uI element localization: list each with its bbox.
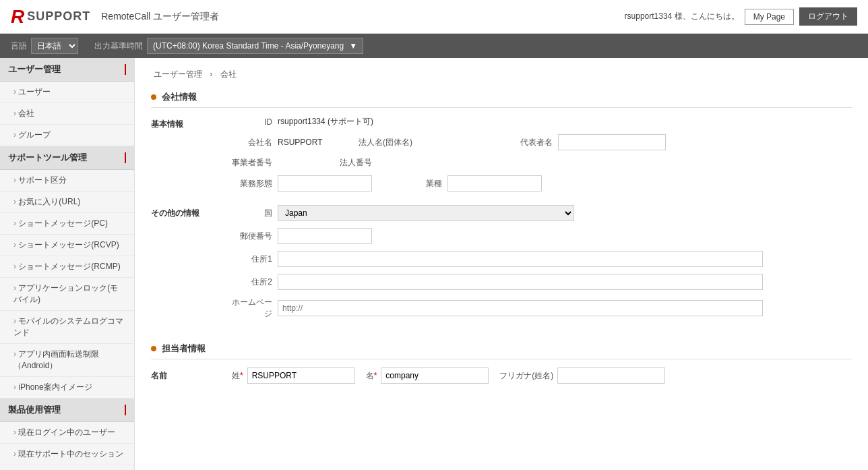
first-name-input[interactable] (381, 368, 489, 384)
company-name-field: 会社名 RSUPPORT (232, 137, 332, 148)
company-info-header: 会社情報 (151, 91, 852, 108)
id-row: ID rsupport1334 (サポート可) (232, 116, 852, 127)
sidebar-item-groups[interactable]: グループ (0, 125, 134, 146)
postal-row: 郵便番号 (232, 228, 852, 244)
address1-input[interactable] (278, 251, 763, 267)
main-content: ユーザー管理 › 会社 会社情報 基本情報 ID rsupport1334 (サ… (135, 58, 868, 470)
breadcrumb-parent: ユーザー管理 (154, 69, 202, 79)
address2-label: 住所2 (232, 276, 272, 288)
timezone-value-container: (UTC+08:00) Korea Standard Time - Asia/P… (147, 38, 363, 54)
industry-input[interactable] (447, 175, 542, 192)
sidebar-item-mobile-log[interactable]: モバイルのシステムログコマンド (0, 311, 134, 344)
company-name-row: 会社名 RSUPPORT 法人名(団体名) 代表者名 (232, 134, 852, 150)
address1-row: 住所1 (232, 251, 852, 267)
main-layout: ユーザー管理 ユーザー 会社 グループ サポートツール管理 サポート区分 お気に… (0, 58, 868, 470)
sidebar-item-logged-in-users[interactable]: 現在ログイン中のユーザー (0, 422, 134, 444)
representative-input[interactable] (558, 134, 666, 150)
sidebar-item-screen-transfer[interactable]: アプリ内画面転送制限（Android） (0, 344, 134, 377)
id-value: rsupport1334 (サポート可) (278, 116, 373, 127)
country-row: 国 Japan Korea USA (232, 205, 852, 221)
basic-info-fields: ID rsupport1334 (サポート可) 会社名 RSUPPORT 法人名… (232, 116, 852, 198)
corporate-name-label: 法人名(団体名) (359, 137, 412, 148)
company-info-title: 会社情報 (162, 91, 197, 103)
logo: R SUPPORT (11, 6, 90, 28)
country-select[interactable]: Japan Korea USA (278, 205, 574, 221)
lang-select[interactable]: 日本語 English (31, 38, 78, 54)
sidebar-item-short-msg-rcmp[interactable]: ショートメッセージ(RCMP) (0, 256, 134, 278)
contact-section-dot-icon (151, 346, 156, 351)
industry-field: 業種 (426, 175, 542, 192)
contact-info-title: 担当者情報 (162, 343, 206, 355)
toolbar: 言語 日本語 English 出力基準時間 (UTC+08:00) Korea … (0, 34, 868, 58)
representative-label: 代表者名 (520, 137, 553, 148)
app-title: RemoteCall ユーザー管理者 (101, 11, 219, 23)
country-label: 国 (232, 208, 272, 219)
furigana-label: フリガナ(姓名) (499, 370, 553, 382)
section-dot-icon (151, 94, 156, 100)
sidebar-item-users[interactable]: ユーザー (0, 82, 134, 103)
sidebar-section-user-mgmt: ユーザー管理 (0, 58, 134, 82)
mypage-button[interactable]: My Page (745, 9, 794, 25)
sidebar-item-short-msg-pc[interactable]: ショートメッセージ(PC) (0, 213, 134, 235)
postal-label: 郵便番号 (232, 231, 272, 242)
homepage-input[interactable] (278, 300, 763, 316)
other-info-label: その他の情報 (151, 205, 232, 326)
furigana-input[interactable] (557, 368, 665, 384)
logo-r-icon: R (11, 6, 24, 28)
corporate-number-field: 法人番号 (340, 157, 372, 169)
timezone-dropdown-icon[interactable]: ▼ (349, 41, 357, 51)
business-type-label: 業務形態 (232, 178, 272, 189)
address2-row: 住所2 (232, 274, 852, 290)
breadcrumb-current: 会社 (220, 69, 237, 79)
timezone-value: (UTC+08:00) Korea Standard Time - Asia/P… (153, 41, 344, 51)
breadcrumb: ユーザー管理 › 会社 (151, 69, 852, 80)
name-row: 名前 姓* 名* フリガナ(姓名) (151, 368, 852, 384)
sidebar-item-iphone-guide[interactable]: iPhone案内イメージ (0, 377, 134, 399)
name-fields: 姓* 名* フリガナ(姓名) (232, 368, 852, 384)
other-info-fields: 国 Japan Korea USA 郵便番号 住所1 (232, 205, 852, 326)
business-number-label: 事業者番号 (232, 157, 272, 169)
basic-info-label: 基本情報 (151, 116, 232, 198)
homepage-row: ホームページ (232, 297, 852, 320)
corporate-number-label: 法人番号 (340, 157, 372, 169)
company-info-section: 会社情報 基本情報 ID rsupport1334 (サポート可) 会社名 RS… (151, 91, 852, 326)
sidebar-item-company[interactable]: 会社 (0, 103, 134, 125)
last-name-field: 姓* (232, 368, 355, 384)
header-left: R SUPPORT RemoteCall ユーザー管理者 (11, 6, 219, 28)
last-name-label: 姓* (232, 370, 243, 382)
sidebar-item-active-sessions[interactable]: 現在サポート中のセッション (0, 444, 134, 465)
other-info-row: その他の情報 国 Japan Korea USA 郵便番号 (151, 205, 852, 326)
sidebar-section-product-mgmt: 製品使用管理 (0, 399, 134, 422)
last-name-input[interactable] (247, 368, 355, 384)
timezone-label: 出力基準時間 (94, 40, 143, 52)
lang-label: 言語 (11, 40, 27, 52)
contact-info-section: 担当者情報 名前 姓* 名* フリガナ(姓名) (151, 343, 852, 384)
sidebar-item-login-history[interactable]: ユーザーログイン履歴 (0, 465, 134, 470)
language-selector: 言語 日本語 English (11, 38, 78, 54)
representative-field: 代表者名 (520, 134, 666, 150)
contact-info-header: 担当者情報 (151, 343, 852, 359)
business-number-row: 事業者番号 法人番号 (232, 157, 852, 169)
sidebar-section-support-tools: サポートツール管理 (0, 146, 134, 170)
business-type-input[interactable] (278, 175, 372, 192)
address1-label: 住所1 (232, 254, 272, 265)
id-label: ID (232, 117, 272, 127)
logout-button[interactable]: ログアウト (799, 7, 857, 26)
sidebar-item-app-lock[interactable]: アプリケーションロック(モバイル) (0, 278, 134, 311)
industry-label: 業種 (426, 178, 442, 189)
sidebar: ユーザー管理 ユーザー 会社 グループ サポートツール管理 サポート区分 お気に… (0, 58, 135, 470)
homepage-label: ホームページ (232, 297, 272, 320)
business-number-field: 事業者番号 (232, 157, 272, 169)
sidebar-item-short-msg-rcvp[interactable]: ショートメッセージ(RCVP) (0, 235, 134, 256)
timezone-selector: 出力基準時間 (UTC+08:00) Korea Standard Time -… (94, 38, 363, 54)
address2-input[interactable] (278, 274, 763, 290)
user-greeting: rsupport1334 様、こんにちは。 (625, 11, 739, 22)
company-name-value: RSUPPORT (278, 138, 332, 147)
logo-support-text: SUPPORT (27, 9, 90, 24)
first-name-label: 名* (366, 370, 377, 382)
furigana-field: フリガナ(姓名) (499, 368, 665, 384)
first-name-field: 名* (366, 368, 489, 384)
sidebar-item-support-category[interactable]: サポート区分 (0, 170, 134, 192)
sidebar-item-favorites[interactable]: お気に入り(URL) (0, 192, 134, 213)
postal-input[interactable] (278, 228, 372, 244)
